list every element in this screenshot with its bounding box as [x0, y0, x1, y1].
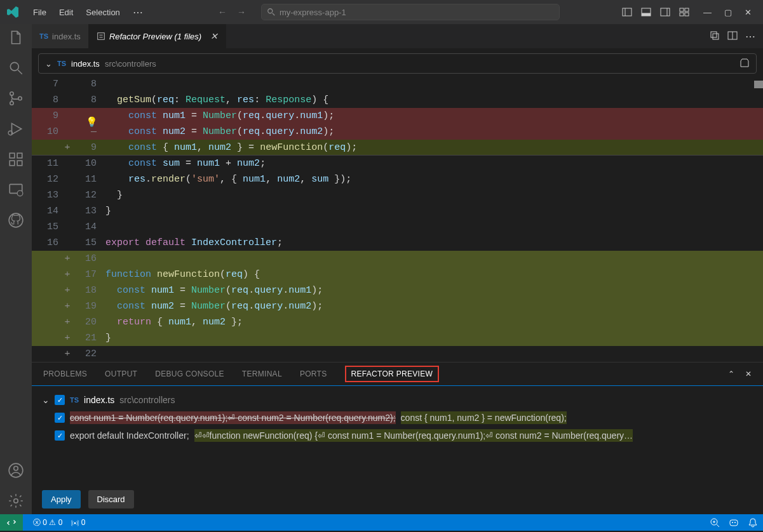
svg-rect-30 — [98, 33, 105, 40]
search-text: my-express-app-1 — [280, 8, 346, 17]
more-actions-icon[interactable]: ⋯ — [745, 30, 755, 43]
source-control-icon[interactable] — [8, 90, 24, 107]
activity-bar — [0, 24, 32, 514]
panel-file: index.ts — [84, 395, 114, 405]
panel-tab-debug[interactable]: DEBUG CONSOLE — [155, 369, 224, 378]
refactor-add-text: ⏎⏎function newFunction(req) {⏎ const num… — [194, 429, 633, 442]
close-icon[interactable]: ✕ — [745, 8, 752, 17]
panel-tabs: PROBLEMS OUTPUT DEBUG CONSOLE TERMINAL P… — [32, 362, 763, 385]
discard-icon[interactable] — [739, 58, 750, 70]
panel-tab-terminal[interactable]: TERMINAL — [242, 369, 282, 378]
command-center[interactable]: my-express-app-1 — [261, 4, 560, 20]
nav-forward-icon[interactable]: → — [237, 7, 246, 17]
explorer-icon[interactable] — [8, 29, 24, 46]
svg-point-37 — [74, 522, 76, 524]
account-icon[interactable] — [8, 462, 24, 479]
status-ports[interactable]: 0 — [71, 518, 85, 527]
chevron-down-icon[interactable]: ⌄ — [42, 395, 50, 405]
svg-rect-22 — [17, 161, 22, 166]
panel-tab-output[interactable]: OUTPUT — [105, 369, 137, 378]
maximize-panel-icon[interactable]: ⌃ — [728, 369, 734, 378]
svg-rect-2 — [623, 8, 631, 16]
layout-bottom-icon[interactable] — [641, 7, 651, 17]
apply-button[interactable]: Apply — [42, 490, 81, 509]
menu-selection[interactable]: Selection — [81, 5, 125, 20]
zoom-icon[interactable] — [710, 517, 720, 528]
svg-point-17 — [18, 96, 22, 100]
nav-back-icon[interactable]: ← — [218, 7, 227, 17]
menu-more-icon[interactable]: ⋯ — [128, 4, 148, 21]
svg-point-16 — [10, 102, 13, 105]
tab-index[interactable]: TS index.ts — [32, 24, 89, 48]
panel-tab-problems[interactable]: PROBLEMS — [43, 369, 87, 378]
search-icon — [267, 8, 276, 17]
layout-left-icon[interactable] — [622, 7, 632, 17]
checkbox[interactable]: ✓ — [55, 395, 65, 405]
svg-rect-33 — [711, 32, 717, 37]
split-editor-icon[interactable] — [727, 30, 738, 41]
menu-edit[interactable]: Edit — [54, 5, 78, 20]
maximize-icon[interactable]: ▢ — [724, 8, 732, 17]
panel-tab-refactor[interactable]: REFACTOR PREVIEW — [345, 366, 440, 382]
checkbox[interactable]: ✓ — [55, 413, 65, 423]
svg-point-29 — [14, 499, 18, 503]
settings-gear-icon[interactable] — [8, 493, 24, 509]
github-icon[interactable] — [8, 212, 24, 229]
bell-icon[interactable] — [748, 517, 758, 528]
svg-line-14 — [18, 70, 22, 74]
close-panel-icon[interactable]: ✕ — [745, 369, 752, 378]
layout-customize-icon[interactable] — [679, 7, 689, 17]
typescript-icon: TS — [57, 60, 66, 67]
refactor-delete-text: const num1 = Number(req.query.num1);⏎ co… — [70, 411, 396, 424]
vscode-logo-icon — [5, 4, 20, 20]
tab-label: Refactor Preview (1 files) — [109, 32, 201, 41]
svg-line-1 — [273, 13, 275, 16]
title-bar: File Edit Selection ⋯ ← → my-express-app… — [0, 0, 763, 24]
svg-rect-12 — [685, 13, 689, 16]
search-icon[interactable] — [8, 60, 24, 76]
svg-rect-9 — [680, 8, 684, 11]
svg-rect-21 — [10, 161, 15, 166]
checkbox[interactable]: ✓ — [55, 430, 65, 441]
copilot-icon[interactable] — [729, 517, 739, 528]
code-editor[interactable]: 7 8 8 8 getSum(req: Request, res: Respon… — [32, 76, 763, 362]
refactor-add-text: const { num1, num2 } = newFunction(req); — [401, 411, 567, 424]
editor-action-icon[interactable] — [710, 30, 720, 41]
svg-rect-11 — [680, 13, 684, 16]
minimize-icon[interactable]: — — [703, 8, 712, 17]
typescript-icon: TS — [70, 396, 79, 404]
svg-point-28 — [14, 467, 18, 471]
svg-rect-20 — [10, 153, 15, 158]
svg-rect-10 — [685, 8, 689, 11]
svg-point-0 — [268, 9, 273, 13]
tab-bar: TS index.ts Refactor Preview (1 files) ✕… — [32, 24, 763, 48]
bottom-panel: PROBLEMS OUTPUT DEBUG CONSOLE TERMINAL P… — [32, 362, 763, 514]
panel-tab-ports[interactable]: PORTS — [300, 369, 327, 378]
remote-explorer-icon[interactable] — [8, 182, 24, 198]
panel-path: src\controllers — [119, 395, 175, 405]
layout-right-icon[interactable] — [660, 7, 670, 17]
breadcrumb-file: index.ts — [71, 59, 100, 69]
remote-indicator[interactable] — [0, 514, 23, 531]
typescript-icon: TS — [39, 32, 48, 40]
svg-rect-23 — [17, 153, 22, 158]
svg-point-13 — [10, 62, 18, 70]
debug-icon[interactable] — [8, 121, 24, 137]
breadcrumb-path: src\controllers — [105, 59, 156, 69]
tab-close-icon[interactable]: ✕ — [210, 31, 218, 41]
svg-rect-6 — [642, 13, 651, 16]
svg-rect-7 — [661, 8, 670, 16]
menu-file[interactable]: File — [28, 5, 51, 20]
tab-refactor-preview[interactable]: Refactor Preview (1 files) ✕ — [89, 24, 226, 48]
discard-button[interactable]: Discard — [88, 490, 134, 509]
status-bar: ⓧ 0 ⚠ 0 0 — [0, 514, 763, 531]
status-errors[interactable]: ⓧ 0 ⚠ 0 — [33, 517, 62, 528]
tab-label: index.ts — [52, 32, 81, 41]
svg-rect-42 — [730, 520, 738, 526]
extensions-icon[interactable] — [8, 151, 24, 168]
svg-point-15 — [10, 92, 13, 95]
diff-icon — [97, 32, 105, 41]
svg-point-25 — [17, 190, 23, 196]
svg-point-43 — [732, 522, 733, 523]
chevron-down-icon[interactable]: ⌄ — [45, 59, 52, 69]
